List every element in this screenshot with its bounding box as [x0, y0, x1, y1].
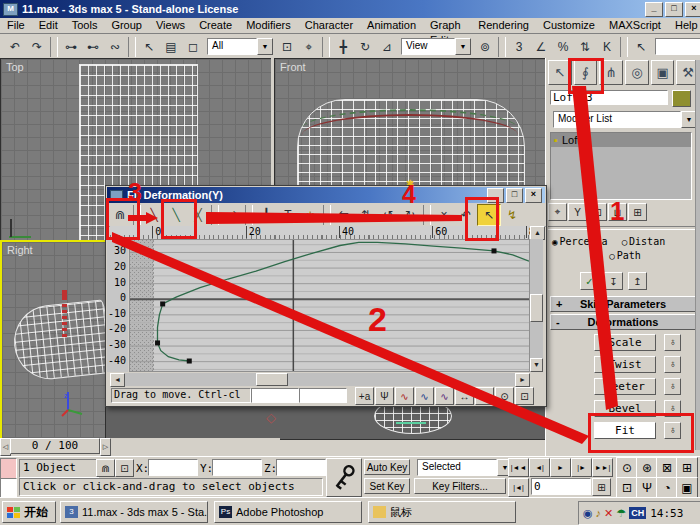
arc-rotate-button[interactable]: ◔	[656, 477, 678, 498]
menu-customize[interactable]: Customize	[536, 18, 602, 33]
minimize-button[interactable]: _	[645, 2, 663, 17]
zoom-region-button[interactable]: ⊡	[616, 477, 638, 498]
unlink-selection-icon[interactable]: ⊷	[82, 37, 104, 57]
menu-maxscript[interactable]: MAXScript	[602, 18, 668, 33]
set-keys-button[interactable]	[326, 458, 362, 497]
rectangular-selection-region-icon[interactable]: ◻	[182, 37, 204, 57]
window-crossing-toggle-icon[interactable]: ⊡	[276, 37, 298, 57]
redo-icon[interactable]: ↷	[26, 37, 48, 57]
zoom-horizontal-extents-button[interactable]: ∿	[415, 387, 434, 405]
vscroll-up-icon[interactable]: ▲	[530, 226, 545, 240]
play-button[interactable]: ►	[550, 458, 571, 477]
maxscript-mini-listener-white[interactable]	[0, 478, 17, 499]
stack-item-loft[interactable]: ▪Loft	[551, 133, 691, 147]
menu-edit[interactable]: Edit	[32, 18, 65, 33]
next-frame-button[interactable]: |►	[571, 458, 592, 477]
previous-frame-button[interactable]: ◄|	[529, 458, 550, 477]
undo-icon[interactable]: ↶	[4, 37, 26, 57]
time-slider-right-arrow[interactable]: ▷	[100, 438, 111, 456]
reference-coordinate-dropdown[interactable]: View ▼	[401, 38, 471, 55]
key-mode-dropdown[interactable]: Selected ▼	[417, 459, 513, 476]
configure-modifier-sets-button[interactable]: ⊞	[628, 203, 647, 221]
tray-network-offline-icon[interactable]: ✕	[604, 507, 613, 520]
named-selection-dropdown[interactable]: ▼	[655, 38, 700, 55]
vscroll-down-icon[interactable]: ▼	[530, 358, 543, 372]
bind-to-space-warp-icon[interactable]: ∾	[104, 37, 126, 57]
hscroll-left-icon[interactable]: ◄	[110, 373, 125, 387]
deformation-graph[interactable]	[129, 239, 530, 372]
select-object-icon[interactable]: ↖	[138, 37, 160, 57]
go-to-end-button[interactable]: ►►|	[592, 458, 613, 477]
zoom-all-button[interactable]: ⊛	[636, 457, 658, 478]
zoom-button[interactable]: ⊙	[616, 457, 638, 478]
menu-help[interactable]: Help	[668, 18, 700, 33]
pan-view-button[interactable]: Ψ	[636, 477, 658, 498]
close-button[interactable]: ×	[685, 2, 700, 17]
zoom-extents-button[interactable]: ∿	[395, 387, 414, 405]
maxscript-mini-listener-pink[interactable]	[0, 458, 17, 479]
auto-key-button[interactable]: Auto Key	[364, 459, 410, 475]
hscroll-right-icon[interactable]: ►	[515, 373, 530, 387]
menu-file[interactable]: File	[0, 18, 32, 33]
teeter-light-toggle[interactable]: ♀	[664, 378, 681, 395]
tray-antivirus-icon[interactable]: ☂	[616, 507, 626, 520]
tray-display-icon[interactable]: ◉	[583, 507, 593, 520]
menu-rendering[interactable]: Rendering	[471, 18, 536, 33]
hscroll-thumb[interactable]	[256, 373, 288, 386]
object-color-swatch[interactable]	[672, 90, 691, 107]
time-slider-value[interactable]: 0 / 100	[10, 438, 100, 454]
spinner-snap-toggle-icon[interactable]: ⇅	[574, 37, 596, 57]
set-key-button[interactable]: Set Key	[364, 478, 410, 494]
snap-toggle-button[interactable]: +a	[355, 387, 374, 405]
generate-path-icon[interactable]: ↯	[501, 205, 523, 225]
go-to-start-button[interactable]: |◄◄	[508, 458, 529, 477]
language-indicator[interactable]: CH	[629, 507, 646, 519]
select-and-rotate-icon[interactable]: ↻	[354, 37, 376, 57]
start-button[interactable]: 开始	[2, 501, 56, 523]
scale-light-toggle[interactable]: ♀	[664, 334, 681, 351]
task-button-1[interactable]: PsAdobe Photoshop	[214, 501, 362, 523]
vertical-scrollbar[interactable]: ▼	[530, 239, 543, 372]
tray-audio-icon[interactable]: ♪	[596, 507, 602, 519]
pan-button[interactable]: Ψ	[375, 387, 394, 405]
select-and-uniform-scale-icon[interactable]: ⊿	[376, 37, 398, 57]
dialog-close-button[interactable]: ×	[525, 188, 542, 203]
menu-character[interactable]: Character	[298, 18, 360, 33]
select-and-manipulate-icon[interactable]: ↖	[630, 37, 652, 57]
coordinate-y-field[interactable]	[299, 388, 347, 403]
menu-create[interactable]: Create	[192, 18, 239, 33]
viewport-right[interactable]: Right z	[0, 240, 109, 441]
zoom-value-extents-button[interactable]: ∿	[435, 387, 454, 405]
tab-display[interactable]: ▣	[651, 60, 675, 85]
pin-stack-button[interactable]: ⌖	[548, 203, 567, 221]
snap-toggle-3d-icon[interactable]: 3	[508, 37, 530, 57]
task-button-2[interactable]: 鼠标	[368, 501, 516, 523]
vscroll-thumb[interactable]	[530, 294, 543, 322]
tab-motion[interactable]: ◎	[625, 60, 649, 85]
chevron-down-icon[interactable]: ▼	[455, 38, 471, 55]
task-button-0[interactable]: 311.max - 3ds max 5 - Sta...	[60, 501, 208, 523]
y-coordinate-field[interactable]	[212, 459, 262, 476]
current-frame-field[interactable]	[531, 478, 591, 495]
select-by-name-icon[interactable]: ▤	[160, 37, 182, 57]
modifier-list-dropdown[interactable]: Modifier List ▼	[553, 111, 697, 128]
absolute-relative-toggle[interactable]: ⊡	[115, 459, 134, 477]
menu-modifiers[interactable]: Modifiers	[239, 18, 298, 33]
panel-scrollbar[interactable]	[695, 60, 700, 450]
use-pivot-point-center-icon[interactable]: ⊚	[474, 37, 496, 57]
time-configuration-button[interactable]: ⊞	[592, 478, 611, 496]
path-steps-radio[interactable]: ○Path	[552, 250, 698, 261]
selection-filter-icon[interactable]: ⌖	[298, 37, 320, 57]
viewport-perspective[interactable]: ◇	[105, 405, 547, 440]
previous-shape-button[interactable]: ↧	[604, 272, 623, 290]
angle-snap-toggle-icon[interactable]: ∠	[530, 37, 552, 57]
menu-animation[interactable]: Animation	[360, 18, 423, 33]
dialog-maximize-button[interactable]: □	[506, 188, 523, 203]
twist-light-toggle[interactable]: ♀	[664, 356, 681, 373]
menu-tools[interactable]: Tools	[65, 18, 105, 33]
maximize-button[interactable]: □	[665, 2, 683, 17]
selection-lock-toggle[interactable]: ⋒	[96, 459, 115, 477]
zoom-extents-button[interactable]: ⊠	[656, 457, 678, 478]
keyboard-shortcut-override-icon[interactable]: K	[596, 37, 618, 57]
menu-group[interactable]: Group	[104, 18, 149, 33]
